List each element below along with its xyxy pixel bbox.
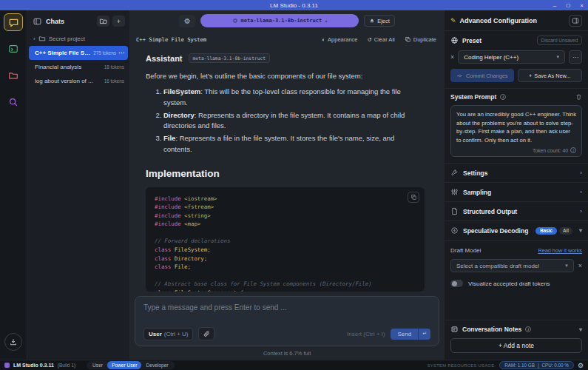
model-badge: meta-llama-3.1-8b-instruct [189,53,271,63]
insert-button[interactable]: Insert (Ctrl + I) [347,331,385,337]
loaded-model-pill[interactable]: meta-llama-3.1-8b-instruct ▾ [200,14,359,27]
mode-user[interactable]: User [88,361,107,369]
system-prompt-editor[interactable]: You are an incredibly good C++ engineer.… [450,105,582,157]
preset-select[interactable]: Coding Helper (C++) ▾ [458,50,565,64]
nav-chat[interactable] [4,13,23,31]
clear-preset-icon[interactable]: × [450,53,454,61]
chevron-down-icon[interactable]: ▾ [579,326,582,333]
read-how-it-works-link[interactable]: Read how it works [538,247,582,254]
attach-file-button[interactable] [198,327,214,340]
chat-item[interactable]: Financial analysis 18 tokens [29,60,128,74]
model-settings-gear-button[interactable]: ⚙ [179,15,195,27]
notes-label: Conversation Notes [462,326,521,333]
collapse-panel-button[interactable] [569,15,582,27]
discard-unsaved-button[interactable]: Discard Unsaved [537,36,583,45]
code-block: #include <iostream>#include <fstream>#in… [146,187,425,292]
clear-draft-icon[interactable]: × [578,262,582,269]
maximize-icon[interactable]: ▢ [566,2,570,8]
chats-header: Chats + [27,10,129,31]
section-structured-output[interactable]: Structured Output › [445,202,588,221]
info-icon: i [500,94,506,100]
component-list: FileSystem: This will be the top-level c… [146,87,425,157]
new-folder-button[interactable] [97,16,109,27]
add-note-button[interactable]: + Add a note [450,338,582,353]
mode-power-user[interactable]: Power User [107,361,141,369]
sidebar-toggle-icon[interactable] [33,17,42,26]
window-title: LM Studio - 0.3.11 [270,2,318,9]
basic-badge[interactable]: Basic [535,227,557,235]
duplicate-button[interactable]: Duplicate [405,36,436,43]
mode-developer[interactable]: Developer [141,361,172,369]
lmstudio-logo-icon [4,363,10,368]
window-controls: – ▢ × [553,0,584,10]
composer-input[interactable]: Type a message and press Enter to send .… [143,303,430,312]
save-as-new-button[interactable]: + Save As New... [518,69,583,82]
loaded-model-name: meta-llama-3.1-8b-instruct [241,18,322,24]
all-badge[interactable]: All [559,227,572,235]
minimize-icon[interactable]: – [553,2,556,9]
appearance-button[interactable]: ◐ Appearance [322,36,358,43]
chat-token-count: 275 tokens [93,50,116,56]
visualize-toggle-row: Visualize accepted draft tokens [450,280,582,287]
folder-label: Secret project [49,36,85,42]
system-prompt-section: System Prompt i You are an incredibly go… [445,89,588,164]
titlebar: LM Studio - 0.3.11 – ▢ × [0,0,588,10]
model-toolbar: ⚙ meta-llama-3.1-8b-instruct ▾ Eject [130,10,444,31]
trash-icon[interactable] [575,93,582,101]
commit-changes-button[interactable]: Commit Changes [450,69,514,82]
status-bar: LM Studio 0.3.11 (Build 1) User Power Us… [0,360,588,370]
send-button[interactable]: Send ↵ [391,329,430,340]
role-selector-button[interactable]: User (Ctrl + U) [143,328,193,340]
message-area: Assistant meta-llama-3.1-8b-instruct Bef… [130,47,444,292]
more-options-icon[interactable]: ⋯ [118,50,124,56]
chevron-down-icon: ▾ [565,263,568,269]
folder-icon [38,35,46,42]
section-settings[interactable]: Settings › [445,164,588,183]
eject-model-button[interactable]: Eject [364,15,395,27]
chat-title: C++ Simple File System [136,36,206,43]
message-composer[interactable]: Type a message and press Enter to send .… [135,296,439,346]
nav-discover[interactable] [4,93,23,111]
chevron-down-icon: ▾ [556,54,559,60]
chats-sidebar: Chats + › Secret project C++ Simple File… [27,10,130,360]
chat-item-selected[interactable]: C++ Simple File System 275 tokens ⋯ [29,46,128,60]
sidebar-folder-secret-project[interactable]: › Secret project [27,31,129,46]
appearance-icon: ◐ [322,36,326,43]
cpu-usage: CPU: 0.00 % [542,363,569,368]
clear-all-button[interactable]: ↺ Clear All [367,36,394,43]
nav-developer[interactable] [4,40,23,58]
visualize-toggle[interactable] [450,280,463,287]
config-header: ✎ Advanced Configuration [445,10,588,31]
model-chip-icon [232,18,238,24]
message-role-row: Assistant meta-llama-3.1-8b-instruct [146,53,425,63]
note-icon [450,326,459,333]
resources-pill[interactable]: RAM: 1.10 GB | CPU: 0.00 % [499,361,574,369]
terminal-icon [8,44,18,54]
commit-icon [456,73,463,79]
section-speculative-decoding[interactable]: Speculative Decoding Basic All ▾ [445,221,588,240]
chats-title: Chats [46,18,64,25]
nav-my-models[interactable] [4,67,23,84]
chevron-right-icon: › [580,208,582,215]
close-icon[interactable]: × [580,2,584,9]
eject-label: Eject [377,18,390,24]
chat-token-count: 18 tokens [104,64,124,70]
send-options-icon[interactable]: ↵ [418,329,430,340]
preset-more-button[interactable]: ⋯ [569,50,582,64]
code-block-lines: #include <iostream>#include <fstream>#in… [155,195,416,292]
plus-icon: + [529,73,532,79]
draft-model-section: Draft Model Read how it works Select a c… [445,240,588,287]
new-chat-button[interactable]: + [112,16,125,27]
sliders-icon [450,188,459,196]
draft-model-select[interactable]: Select a compatible draft model ▾ [450,259,574,272]
implementation-heading: Implementation [146,168,425,179]
chat-item[interactable]: log about version of ... 16 tokens [29,74,128,88]
copy-code-button[interactable] [408,192,419,203]
settings-gear-icon[interactable]: ⚙ [578,362,584,369]
downloads-button[interactable] [4,333,22,351]
info-icon: i [570,147,576,153]
folder-icon [8,70,18,81]
chat-item-title: C++ Simple File System [35,50,90,56]
section-sampling[interactable]: Sampling › [445,183,588,202]
ram-usage: RAM: 1.10 GB [504,363,535,368]
